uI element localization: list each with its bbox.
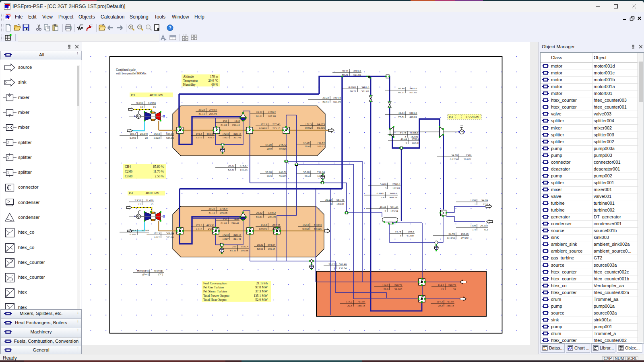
svg-text:3401.6: 3401.6 <box>409 87 417 90</box>
svg-text:135.1 MW: 135.1 MW <box>254 294 268 298</box>
svg-text:81.61: 81.61 <box>256 115 262 118</box>
svg-text:Total Heat Output: Total Heat Output <box>203 298 227 302</box>
svg-text:248.72: 248.72 <box>394 284 402 287</box>
svg-text:80.505: 80.505 <box>314 227 322 230</box>
svg-text:CH4: CH4 <box>125 165 131 169</box>
svg-text:20.22: 20.22 <box>198 108 205 111</box>
svg-text:1.007: 1.007 <box>222 237 229 241</box>
svg-text:501.02: 501.02 <box>409 91 417 94</box>
svg-text:172.3: 172.3 <box>302 223 309 226</box>
svg-text:Combined cycle: Combined cycle <box>116 68 136 72</box>
svg-text:2386: 2386 <box>466 154 472 157</box>
svg-text:6.2: 6.2 <box>484 228 488 231</box>
svg-text:561.46: 561.46 <box>339 263 347 266</box>
svg-text:31.456: 31.456 <box>146 199 154 202</box>
svg-text:561.46: 561.46 <box>390 206 398 209</box>
svg-text:2.935: 2.935 <box>136 101 143 105</box>
svg-text:0.992: 0.992 <box>302 227 309 230</box>
svg-text:320.15: 320.15 <box>233 233 242 237</box>
svg-text:37259 kW: 37259 kW <box>465 115 479 119</box>
svg-text:172.3: 172.3 <box>260 223 267 226</box>
svg-text:t[°C]: t[°C] <box>158 273 163 276</box>
svg-text:3401.6: 3401.6 <box>353 69 361 72</box>
svg-text:172.3: 172.3 <box>222 233 229 237</box>
svg-text:Pel: Pel <box>449 115 453 119</box>
svg-text:15: 15 <box>153 105 156 109</box>
svg-text:456.9: 456.9 <box>208 228 214 231</box>
svg-text:with two parallel HRSGs: with two parallel HRSGs <box>116 72 147 75</box>
svg-text:84.073: 84.073 <box>317 123 325 126</box>
svg-text:?: ? <box>169 25 171 30</box>
svg-text:1: 1 <box>475 203 476 206</box>
svg-text:225.15: 225.15 <box>272 227 281 230</box>
svg-text:h[kJ/kg]: h[kJ/kg] <box>154 269 163 272</box>
svg-text:573.67: 573.67 <box>240 164 248 167</box>
svg-text:3401.6: 3401.6 <box>409 111 417 115</box>
svg-text:81.61: 81.61 <box>256 215 262 218</box>
svg-text:12: 12 <box>140 105 143 109</box>
svg-text:1322.4: 1322.4 <box>241 245 249 248</box>
svg-text:501.02: 501.02 <box>361 90 369 93</box>
svg-text:301.41: 301.41 <box>233 237 242 241</box>
svg-text:172.3: 172.3 <box>222 132 229 136</box>
svg-text:162.81: 162.81 <box>412 142 420 145</box>
svg-text:133.34: 133.34 <box>336 202 345 206</box>
svg-text:52.9 MW: 52.9 MW <box>255 298 268 302</box>
svg-text:0.992: 0.992 <box>130 233 136 236</box>
svg-text:47.332: 47.332 <box>461 237 469 240</box>
svg-text:3401.6: 3401.6 <box>333 96 341 99</box>
svg-text:40.44: 40.44 <box>342 69 348 72</box>
svg-text:31.456: 31.456 <box>148 101 156 105</box>
svg-text:493.38: 493.38 <box>206 224 215 227</box>
svg-text:Total Power Output:: Total Power Output: <box>203 294 229 298</box>
svg-text:296.41: 296.41 <box>232 123 240 127</box>
svg-text:60 %: 60 % <box>211 83 218 86</box>
svg-text:2756.9: 2756.9 <box>220 207 228 210</box>
svg-text:711.84: 711.84 <box>357 300 365 303</box>
svg-text:172.3: 172.3 <box>305 123 312 126</box>
svg-text:20.249: 20.249 <box>141 229 149 232</box>
svg-text:1442: 1442 <box>233 218 239 221</box>
svg-text:Pel Gas Turbine: Pel Gas Turbine <box>203 286 224 289</box>
svg-text:81.11: 81.11 <box>230 249 237 252</box>
svg-text:493.38: 493.38 <box>206 132 215 136</box>
svg-text:1.015: 1.015 <box>196 228 202 231</box>
svg-text:34.78: 34.78 <box>448 232 455 236</box>
svg-text:20.22: 20.22 <box>322 96 329 99</box>
svg-text:3401.6: 3401.6 <box>390 192 398 195</box>
svg-text:26.202: 26.202 <box>480 224 488 227</box>
svg-text:Pel: Pel <box>129 191 133 195</box>
svg-text:2756.9: 2756.9 <box>209 108 217 111</box>
svg-text:48911 kW: 48911 kW <box>150 93 163 97</box>
svg-text:248.72: 248.72 <box>279 143 287 146</box>
svg-text:Temperatur: Temperatur <box>183 79 198 82</box>
svg-text:2.50 %: 2.50 % <box>155 175 164 178</box>
svg-text:59.005: 59.005 <box>279 147 287 150</box>
svg-text:34.78: 34.78 <box>451 154 458 157</box>
svg-text:80.31: 80.31 <box>322 100 329 103</box>
svg-text:21.13 t/h: 21.13 t/h <box>256 282 268 285</box>
svg-text:20.22: 20.22 <box>328 263 335 266</box>
svg-text:172.3: 172.3 <box>196 132 202 136</box>
svg-text:C2H6: C2H6 <box>125 170 132 173</box>
svg-text:40.44: 40.44 <box>398 111 405 115</box>
svg-text:11.70 %: 11.70 % <box>153 170 164 173</box>
svg-text:295.96: 295.96 <box>209 112 217 115</box>
svg-text:523.06: 523.06 <box>166 236 174 239</box>
svg-text:80.505: 80.505 <box>317 126 325 130</box>
svg-text:20.9: 20.9 <box>384 288 389 291</box>
svg-text:711.84: 711.84 <box>317 141 325 144</box>
svg-text:85.80 %: 85.80 % <box>153 165 164 169</box>
svg-text:81.61: 81.61 <box>221 222 227 225</box>
svg-text:3: 3 <box>400 234 402 237</box>
svg-text:501.06: 501.06 <box>333 100 341 103</box>
svg-text:287.98: 287.98 <box>268 115 276 118</box>
svg-text:5.666: 5.666 <box>380 183 386 186</box>
svg-text:57.08: 57.08 <box>265 171 272 174</box>
svg-text:133.34: 133.34 <box>390 210 398 213</box>
svg-text:20.4: 20.4 <box>305 145 310 148</box>
svg-text:295.98: 295.98 <box>241 249 249 252</box>
svg-text:mass[kg/s]: mass[kg/s] <box>137 269 149 272</box>
svg-text:57.08: 57.08 <box>303 141 310 144</box>
svg-text:501.02: 501.02 <box>353 73 361 76</box>
